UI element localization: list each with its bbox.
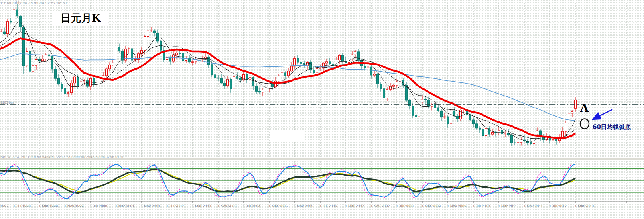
svg-text:1 Mar 2009: 1 Mar 2009 [421, 204, 441, 208]
grid-horizontal [0, 10, 644, 154]
svg-text:1 Mar 2011: 1 Mar 2011 [498, 204, 517, 208]
svg-text:1 Nov 1999: 1 Nov 1999 [64, 204, 84, 208]
svg-text:1 Jul 2004: 1 Jul 2004 [243, 204, 260, 208]
ma-blue [0, 54, 575, 120]
symbol-ohlc-readout: PY,Monthly 94.25 99.94 92.57 98.51 [1, 0, 67, 5]
svg-text:1 Mar 2005: 1 Mar 2005 [268, 204, 288, 208]
annotation-circle [580, 119, 589, 129]
oscillator-readout: S(9, 4, 3, 3, 20, 1.00) 83.5454 81.2217 … [0, 155, 123, 159]
svg-text:1 Jul 2008: 1 Jul 2008 [396, 204, 414, 208]
oscillator-levels [0, 169, 644, 193]
svg-text:1 Mar 2007: 1 Mar 2007 [345, 204, 364, 208]
svg-text:1 Jul 1998: 1 Jul 1998 [13, 204, 31, 208]
svg-text:1 Mar 2003: 1 Mar 2003 [192, 204, 211, 208]
annotation-a-label: A [580, 102, 589, 114]
chart-window[interactable]: 19971 Jul 19981 Mar 19991 Nov 19991 Jul … [0, 0, 644, 219]
candles [0, 4, 577, 147]
svg-text:1 Mar 2013: 1 Mar 2013 [575, 204, 594, 208]
annotation-note: 60日均线弧底 [593, 123, 631, 131]
svg-text:1 Nov 2005: 1 Nov 2005 [294, 204, 313, 208]
chart-title: 日元月K [61, 11, 101, 25]
svg-text:1 Jul 2006: 1 Jul 2006 [319, 204, 337, 208]
chart-title-box: 日元月K [53, 11, 108, 25]
svg-text:1997: 1997 [0, 204, 8, 208]
time-axis: 19971 Jul 19981 Mar 19991 Nov 19991 Jul … [0, 201, 644, 208]
svg-text:1 Jul 2002: 1 Jul 2002 [166, 204, 184, 208]
svg-text:1 Jul 2012: 1 Jul 2012 [549, 204, 567, 208]
svg-text:1 Nov 2007: 1 Nov 2007 [370, 204, 390, 208]
svg-text:1 Mar 2001: 1 Mar 2001 [115, 204, 134, 208]
buy-price-label: 9183 buy [0, 100, 14, 104]
svg-text:1 Jul 2000: 1 Jul 2000 [90, 204, 107, 208]
white-patch [270, 131, 305, 142]
svg-text:1 Nov 2011: 1 Nov 2011 [524, 204, 543, 208]
svg-text:1 Jul 2010: 1 Jul 2010 [473, 204, 490, 208]
svg-text:1 Nov 2009: 1 Nov 2009 [447, 204, 467, 208]
svg-text:1 Nov 2001: 1 Nov 2001 [141, 204, 160, 208]
svg-text:1 Mar 1999: 1 Mar 1999 [39, 204, 58, 208]
svg-text:1 Nov 2003: 1 Nov 2003 [217, 204, 237, 208]
osc-yellow [0, 169, 575, 192]
